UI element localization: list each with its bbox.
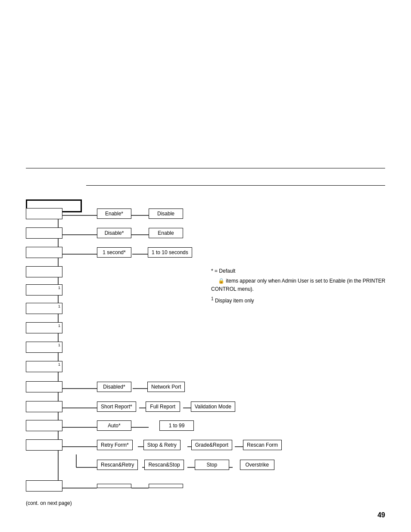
row10-right-box: Network Port: [147, 382, 185, 392]
row13b-box1: Rescan&Retry: [97, 460, 138, 470]
row14-mid-box: [97, 484, 131, 488]
row11-right-box: Full Report: [146, 401, 180, 412]
row8-left-box: 1: [26, 342, 62, 353]
row13b-box2: Rescan&Stop: [144, 460, 184, 470]
row9-left-box: 1: [26, 361, 62, 372]
row3-left-box: [26, 247, 62, 258]
row4-left-box: [26, 266, 62, 277]
row4: [26, 266, 62, 279]
row12-left-box: [26, 420, 62, 431]
row10: Disabled* Network Port: [26, 381, 185, 392]
row11-extra-box: Validation Mode: [191, 401, 235, 412]
row1-mid-box: Enable*: [97, 208, 131, 219]
page-container: Enable* Disable Disable* Enable 1 second…: [0, 0, 411, 532]
lock-icon: 🔒: [218, 278, 224, 284]
row6: 1: [26, 303, 62, 315]
hr-top: [26, 168, 385, 168]
hr-sub: [86, 185, 385, 186]
row7-superscript: 1: [58, 324, 60, 328]
row8-superscript: 1: [58, 343, 60, 347]
row7: 1: [26, 322, 62, 335]
row5-superscript: 1: [58, 286, 60, 290]
row10-left-box: [26, 381, 62, 392]
display-note: 1 Display item only: [211, 296, 411, 305]
row14: [26, 480, 183, 492]
row14-left-box: [26, 480, 62, 492]
row13-mid-box: Retry Form*: [97, 440, 133, 450]
page-number: 49: [377, 511, 385, 519]
row1-left-box: [26, 208, 62, 219]
row13-right-box: Stop & Retry: [143, 440, 181, 450]
row9-superscript: 1: [58, 362, 60, 367]
row13-extra-box2: Rescan Form: [243, 440, 282, 450]
row3-right-box: 1 to 10 seconds: [148, 247, 192, 258]
row2-mid-box: Disable*: [97, 228, 131, 238]
row13b: Rescan&Retry Rescan&Stop Stop Overstrike: [97, 460, 274, 470]
row13: Retry Form* Stop & Retry Grade&Report Re…: [26, 439, 282, 451]
row11-mid-box: Short Report*: [97, 401, 136, 412]
admin-note-text: items appear only when Admin User is set…: [211, 278, 386, 292]
default-note: * = Default: [211, 267, 411, 275]
row8: 1: [26, 342, 62, 354]
row10-mid-box: Disabled*: [97, 382, 131, 392]
row13-extra-box: Grade&Report: [191, 440, 232, 450]
row6-left-box: 1: [26, 303, 62, 314]
row5: 1: [26, 284, 62, 297]
row11: Short Report* Full Report Validation Mod…: [26, 401, 235, 412]
row2-right-box: Enable: [149, 228, 183, 238]
row13-left-box: [26, 439, 62, 451]
row1: Enable* Disable: [26, 208, 183, 219]
notes-area: * = Default 🔒 items appear only when Adm…: [211, 267, 411, 305]
row12: Auto* 1 to 99: [26, 420, 194, 431]
row13b-box3: Stop: [195, 460, 229, 470]
row13b-box4: Overstrike: [240, 460, 274, 470]
display-note-text: Display item only: [215, 298, 254, 304]
row5-left-box: 1: [26, 284, 62, 296]
cont-note: (cont. on next page): [26, 500, 72, 506]
row1-right-box: Disable: [149, 208, 183, 219]
row3: 1 second* 1 to 10 seconds: [26, 247, 192, 258]
row14-right-box: [149, 484, 183, 488]
row9: 1: [26, 361, 62, 373]
row12-right-box: 1 to 99: [159, 420, 194, 431]
row7-left-box: 1: [26, 322, 62, 333]
row12-mid-box: Auto*: [97, 420, 131, 431]
row2-left-box: [26, 227, 62, 239]
row11-left-box: [26, 401, 62, 412]
admin-note: 🔒 items appear only when Admin User is s…: [211, 277, 411, 293]
display-note-sup: 1: [211, 296, 214, 301]
row2: Disable* Enable: [26, 227, 183, 239]
row6-superscript: 1: [58, 304, 60, 308]
row3-mid-box: 1 second*: [97, 247, 131, 258]
